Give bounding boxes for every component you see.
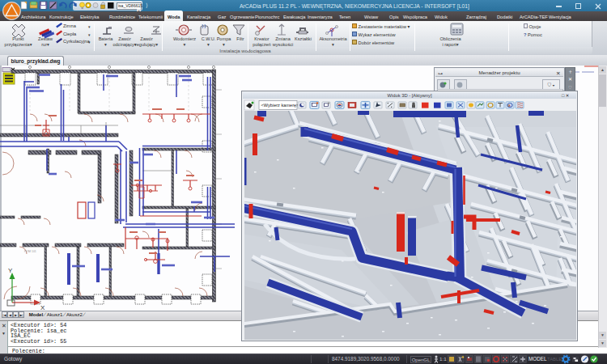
svg-text:X: X [40,304,45,311]
svg-text:<Wybierz kamerę>: <Wybierz kamerę> [261,103,299,108]
svg-text:Y: Y [8,267,13,274]
svg-text:POM 101: POM 101 [24,250,36,253]
